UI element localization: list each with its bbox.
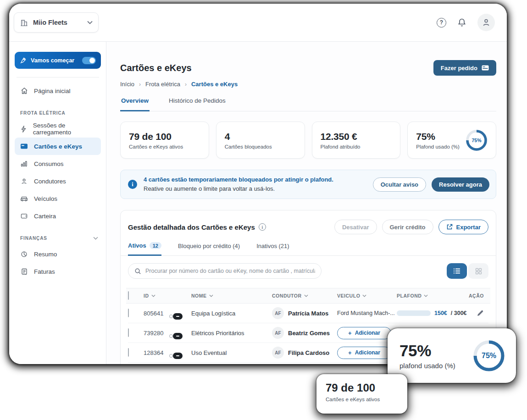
overlay-plafond-label: plafond usado (%) xyxy=(399,362,455,370)
building-icon xyxy=(20,18,28,27)
person-icon xyxy=(20,178,28,185)
section-frota-label: FROTA ELÉTRICA xyxy=(20,111,66,116)
sidebar: Vamos começar Página inicial FROTA ELÉTR… xyxy=(9,42,106,364)
stat-card-plafond-atribuido: 12.350 € Plafond atribuído xyxy=(312,122,401,159)
search-icon xyxy=(134,268,141,275)
adicionar-veiculo-button[interactable]: + Adicionar xyxy=(337,347,391,359)
home-icon xyxy=(20,87,28,94)
bar-chart-icon xyxy=(20,160,28,167)
export-label: Exportar xyxy=(456,224,481,231)
stat-card-bloqueados: 4 Cartões bloqueados xyxy=(216,122,305,159)
col-veiculo: VEICULO xyxy=(337,293,360,298)
stat-value: 12.350 € xyxy=(321,131,392,142)
user-avatar[interactable] xyxy=(477,14,495,31)
sort-icon[interactable] xyxy=(362,294,366,297)
breadcrumb: Início › Frota elétrica › Cartões e eKey… xyxy=(120,81,496,88)
col-acao: AÇÃO xyxy=(469,293,484,298)
sidebar-item-condutores[interactable]: Condutores xyxy=(15,172,101,190)
overlay-ativos-value: 79 de 100 xyxy=(326,381,398,394)
onboarding-toggle[interactable] xyxy=(82,57,96,64)
tab-overview[interactable]: Overview xyxy=(120,97,150,111)
sort-icon[interactable] xyxy=(151,294,155,297)
driver-avatar: AF xyxy=(272,307,284,319)
stat-value: 79 de 100 xyxy=(129,131,200,142)
desativar-button[interactable]: Desativar xyxy=(334,220,377,234)
breadcrumb-current: Cartões e eKeys xyxy=(191,81,238,88)
stat-label: Plafond usado (%) xyxy=(416,144,466,149)
plafond-total: / 300€ xyxy=(451,310,467,316)
donut-value-label: 75% xyxy=(472,339,506,373)
stat-label: Cartões bloqueados xyxy=(225,144,296,149)
sidebar-item-veiculos[interactable]: Veículos xyxy=(15,190,101,207)
onboarding-cta-button[interactable]: Vamos começar xyxy=(15,52,101,69)
card-id: 805641 xyxy=(144,310,173,317)
list-view-button[interactable] xyxy=(447,263,467,279)
info-icon[interactable]: i xyxy=(259,223,266,231)
exportar-button[interactable]: Exportar xyxy=(438,220,488,234)
app-window: Miio Fleets ? xyxy=(9,4,507,364)
gerir-credito-button[interactable]: Gerir crédito xyxy=(382,220,433,234)
tab-bloqueio-credito[interactable]: Bloqueio por crédito (4) xyxy=(178,242,240,255)
sort-icon[interactable] xyxy=(209,294,213,297)
row-checkbox[interactable] xyxy=(128,309,129,317)
sidebar-item-carteira[interactable]: Carteira xyxy=(15,207,101,225)
card-icon xyxy=(20,143,28,149)
info-icon: i xyxy=(128,180,137,189)
tab-historico[interactable]: Histórico de Pedidos xyxy=(168,97,227,111)
driver-avatar: AF xyxy=(272,347,284,359)
grid-view-button[interactable] xyxy=(468,263,488,279)
tab-inativos[interactable]: Inativos (21) xyxy=(256,242,289,255)
org-switcher[interactable]: Miio Fleets xyxy=(14,12,99,33)
help-icon[interactable]: ? xyxy=(437,18,446,28)
select-all-checkbox[interactable] xyxy=(128,291,129,300)
driver-name: Beatriz Gomes xyxy=(288,330,330,337)
page-title: Cartões e eKeys xyxy=(120,63,192,73)
row-checkbox[interactable] xyxy=(128,348,129,357)
card-icon xyxy=(482,65,489,71)
stat-value: 75% xyxy=(416,131,466,142)
view-toggle xyxy=(447,263,488,279)
fazer-pedido-button[interactable]: Fazer pedido xyxy=(433,60,496,76)
sidebar-item-label: Veículos xyxy=(34,195,57,202)
stats-row: 79 de 100 Cartões e eKeys ativos 4 Cartõ… xyxy=(120,122,496,159)
card-id: 739280 xyxy=(144,330,173,337)
sidebar-item-resumo[interactable]: Resumo xyxy=(15,245,101,263)
driver-avatar: AF xyxy=(272,327,284,339)
management-title: Gestão detalhada dos Cartões e eKeys xyxy=(128,223,255,231)
plafond-progress-bar xyxy=(397,310,431,316)
sidebar-item-label: Carteira xyxy=(34,213,56,220)
sidebar-item-cartoes[interactable]: Cartões e eKeys xyxy=(15,138,101,155)
breadcrumb-frota[interactable]: Frota elétrica xyxy=(145,81,180,88)
plus-icon: + xyxy=(348,330,352,337)
ocultar-aviso-button[interactable]: Ocultar aviso xyxy=(373,177,426,192)
sidebar-section-frota: FROTA ELÉTRICA xyxy=(20,111,98,116)
adicionar-veiculo-button[interactable]: + Adicionar xyxy=(337,327,391,339)
sort-icon[interactable] xyxy=(424,294,428,297)
sidebar-divider xyxy=(17,77,99,77)
notifications-icon[interactable] xyxy=(457,18,466,28)
ativos-count-badge: 12 xyxy=(150,242,161,249)
alert-title: 4 cartões estão temporariamente bloquead… xyxy=(144,175,333,184)
sidebar-item-label: Sessões de carregamento xyxy=(33,122,95,136)
search-input[interactable] xyxy=(145,268,315,274)
row-checkbox[interactable] xyxy=(128,328,129,337)
sidebar-item-home[interactable]: Página inicial xyxy=(15,82,101,99)
driver-name: Patrícia Matos xyxy=(288,310,328,317)
sidebar-item-consumos[interactable]: Consumos xyxy=(15,155,101,172)
sidebar-item-label: Consumos xyxy=(34,160,64,167)
sidebar-item-sessoes[interactable]: Sessões de carregamento xyxy=(15,120,101,138)
resolver-agora-button[interactable]: Resolver agora xyxy=(432,177,489,192)
edit-pencil-icon[interactable] xyxy=(466,309,488,317)
alert-text: Reative ou aumente o limite para voltar … xyxy=(144,184,333,193)
tab-ativos[interactable]: Ativos 12 xyxy=(128,242,161,256)
sidebar-section-financas[interactable]: FINANÇAS xyxy=(20,236,98,241)
org-name: Miio Fleets xyxy=(33,19,83,26)
donut-value-label: 75% xyxy=(466,129,488,151)
overlay-plafond-usado-card: 75% plafond usado (%) 75% xyxy=(388,328,516,383)
stat-card-ativos: 79 de 100 Cartões e eKeys ativos xyxy=(120,122,209,159)
card-name: Elétricos Prioritários xyxy=(191,330,272,337)
sort-icon[interactable] xyxy=(304,294,308,297)
stat-card-plafond-usado: 75% Plafond usado (%) 75% xyxy=(407,122,496,159)
sidebar-item-faturas[interactable]: Faturas xyxy=(15,263,101,280)
breadcrumb-inicio[interactable]: Início xyxy=(120,81,134,88)
